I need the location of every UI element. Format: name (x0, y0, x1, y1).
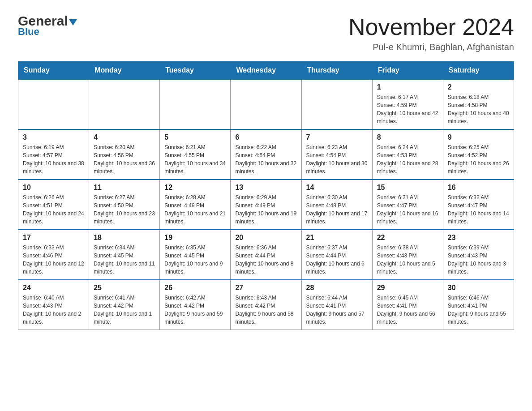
day-info: Sunrise: 6:40 AMSunset: 4:43 PMDaylight:… (23, 294, 84, 326)
table-row: 28Sunrise: 6:44 AMSunset: 4:41 PMDayligh… (301, 280, 372, 330)
day-number: 20 (235, 234, 296, 242)
day-info: Sunrise: 6:26 AMSunset: 4:51 PMDaylight:… (23, 193, 84, 226)
table-row: 9Sunrise: 6:25 AMSunset: 4:52 PMDaylight… (443, 129, 514, 180)
day-info: Sunrise: 6:37 AMSunset: 4:44 PMDaylight:… (306, 244, 368, 276)
table-row: 22Sunrise: 6:38 AMSunset: 4:43 PMDayligh… (372, 230, 443, 280)
day-number: 12 (164, 184, 226, 192)
table-row: 10Sunrise: 6:26 AMSunset: 4:51 PMDayligh… (18, 180, 89, 230)
calendar-week-row: 17Sunrise: 6:33 AMSunset: 4:46 PMDayligh… (18, 230, 514, 280)
header-tuesday: Tuesday (160, 62, 231, 80)
day-number: 29 (377, 284, 438, 292)
table-row: 30Sunrise: 6:46 AMSunset: 4:41 PMDayligh… (443, 280, 514, 330)
table-row: 29Sunrise: 6:45 AMSunset: 4:41 PMDayligh… (372, 280, 443, 330)
day-number: 25 (94, 284, 155, 292)
day-info: Sunrise: 6:18 AMSunset: 4:58 PMDaylight:… (448, 93, 509, 125)
day-number: 18 (94, 234, 155, 242)
logo-blue-text: Blue (18, 26, 39, 38)
table-row: 1Sunrise: 6:17 AMSunset: 4:59 PMDaylight… (372, 79, 443, 129)
day-info: Sunrise: 6:41 AMSunset: 4:42 PMDaylight:… (94, 294, 155, 326)
day-info: Sunrise: 6:32 AMSunset: 4:47 PMDaylight:… (448, 193, 509, 226)
day-info: Sunrise: 6:42 AMSunset: 4:42 PMDaylight:… (164, 294, 226, 326)
table-row (231, 79, 301, 129)
table-row: 17Sunrise: 6:33 AMSunset: 4:46 PMDayligh… (18, 230, 89, 280)
day-number: 4 (94, 133, 155, 141)
day-number: 30 (448, 284, 509, 292)
day-info: Sunrise: 6:21 AMSunset: 4:55 PMDaylight:… (164, 143, 226, 176)
day-number: 5 (164, 133, 226, 141)
day-info: Sunrise: 6:28 AMSunset: 4:49 PMDaylight:… (164, 193, 226, 226)
location-subtitle: Pul-e Khumri, Baghlan, Afghanistan (348, 42, 514, 52)
table-row: 4Sunrise: 6:20 AMSunset: 4:56 PMDaylight… (89, 129, 160, 180)
day-number: 24 (23, 284, 84, 292)
day-number: 6 (235, 133, 296, 141)
day-number: 1 (377, 83, 438, 91)
logo-line2: Blue (18, 26, 39, 38)
table-row: 24Sunrise: 6:40 AMSunset: 4:43 PMDayligh… (18, 280, 89, 330)
calendar-week-row: 3Sunrise: 6:19 AMSunset: 4:57 PMDaylight… (18, 129, 514, 180)
day-number: 17 (23, 234, 84, 242)
day-number: 8 (377, 133, 438, 141)
day-number: 15 (377, 184, 438, 192)
day-info: Sunrise: 6:27 AMSunset: 4:50 PMDaylight:… (94, 193, 155, 226)
day-info: Sunrise: 6:46 AMSunset: 4:41 PMDaylight:… (448, 294, 509, 326)
table-row: 15Sunrise: 6:31 AMSunset: 4:47 PMDayligh… (372, 180, 443, 230)
day-info: Sunrise: 6:34 AMSunset: 4:45 PMDaylight:… (94, 244, 155, 276)
calendar-header-row: Sunday Monday Tuesday Wednesday Thursday… (18, 62, 514, 80)
table-row: 7Sunrise: 6:23 AMSunset: 4:54 PMDaylight… (301, 129, 372, 180)
day-number: 28 (306, 284, 368, 292)
day-info: Sunrise: 6:35 AMSunset: 4:45 PMDaylight:… (164, 244, 226, 276)
header-monday: Monday (89, 62, 160, 80)
table-row: 14Sunrise: 6:30 AMSunset: 4:48 PMDayligh… (301, 180, 372, 230)
table-row (89, 79, 160, 129)
table-row: 25Sunrise: 6:41 AMSunset: 4:42 PMDayligh… (89, 280, 160, 330)
logo-triangle-icon (69, 19, 77, 26)
day-info: Sunrise: 6:33 AMSunset: 4:46 PMDaylight:… (23, 244, 84, 276)
table-row: 18Sunrise: 6:34 AMSunset: 4:45 PMDayligh… (89, 230, 160, 280)
day-number: 9 (448, 133, 509, 141)
table-row (160, 79, 231, 129)
month-title: November 2024 (348, 13, 514, 40)
header-friday: Friday (372, 62, 443, 80)
logo: General Blue (18, 13, 77, 38)
calendar-week-row: 10Sunrise: 6:26 AMSunset: 4:51 PMDayligh… (18, 180, 514, 230)
day-info: Sunrise: 6:43 AMSunset: 4:42 PMDaylight:… (235, 294, 296, 326)
table-row: 6Sunrise: 6:22 AMSunset: 4:54 PMDaylight… (231, 129, 301, 180)
table-row: 5Sunrise: 6:21 AMSunset: 4:55 PMDaylight… (160, 129, 231, 180)
table-row: 27Sunrise: 6:43 AMSunset: 4:42 PMDayligh… (231, 280, 301, 330)
table-row: 23Sunrise: 6:39 AMSunset: 4:43 PMDayligh… (443, 230, 514, 280)
day-info: Sunrise: 6:25 AMSunset: 4:52 PMDaylight:… (448, 143, 509, 176)
title-section: November 2024 Pul-e Khumri, Baghlan, Afg… (348, 13, 514, 52)
table-row (301, 79, 372, 129)
table-row: 13Sunrise: 6:29 AMSunset: 4:49 PMDayligh… (231, 180, 301, 230)
day-info: Sunrise: 6:29 AMSunset: 4:49 PMDaylight:… (235, 193, 296, 226)
page-header: General Blue November 2024 Pul-e Khumri,… (18, 13, 514, 52)
calendar-table: Sunday Monday Tuesday Wednesday Thursday… (18, 61, 514, 330)
day-number: 13 (235, 184, 296, 192)
day-number: 10 (23, 184, 84, 192)
table-row: 21Sunrise: 6:37 AMSunset: 4:44 PMDayligh… (301, 230, 372, 280)
day-info: Sunrise: 6:36 AMSunset: 4:44 PMDaylight:… (235, 244, 296, 276)
day-info: Sunrise: 6:31 AMSunset: 4:47 PMDaylight:… (377, 193, 438, 226)
day-number: 2 (448, 83, 509, 91)
day-info: Sunrise: 6:17 AMSunset: 4:59 PMDaylight:… (377, 93, 438, 125)
table-row: 26Sunrise: 6:42 AMSunset: 4:42 PMDayligh… (160, 280, 231, 330)
day-info: Sunrise: 6:24 AMSunset: 4:53 PMDaylight:… (377, 143, 438, 176)
table-row: 3Sunrise: 6:19 AMSunset: 4:57 PMDaylight… (18, 129, 89, 180)
day-number: 21 (306, 234, 368, 242)
day-info: Sunrise: 6:45 AMSunset: 4:41 PMDaylight:… (377, 294, 438, 326)
calendar-week-row: 24Sunrise: 6:40 AMSunset: 4:43 PMDayligh… (18, 280, 514, 330)
table-row: 16Sunrise: 6:32 AMSunset: 4:47 PMDayligh… (443, 180, 514, 230)
table-row: 19Sunrise: 6:35 AMSunset: 4:45 PMDayligh… (160, 230, 231, 280)
day-number: 14 (306, 184, 368, 192)
table-row: 2Sunrise: 6:18 AMSunset: 4:58 PMDaylight… (443, 79, 514, 129)
day-number: 19 (164, 234, 226, 242)
header-wednesday: Wednesday (231, 62, 301, 80)
day-number: 26 (164, 284, 226, 292)
day-info: Sunrise: 6:20 AMSunset: 4:56 PMDaylight:… (94, 143, 155, 176)
day-number: 23 (448, 234, 509, 242)
day-info: Sunrise: 6:38 AMSunset: 4:43 PMDaylight:… (377, 244, 438, 276)
day-number: 22 (377, 234, 438, 242)
day-number: 3 (23, 133, 84, 141)
day-info: Sunrise: 6:19 AMSunset: 4:57 PMDaylight:… (23, 143, 84, 176)
day-info: Sunrise: 6:39 AMSunset: 4:43 PMDaylight:… (448, 244, 509, 276)
